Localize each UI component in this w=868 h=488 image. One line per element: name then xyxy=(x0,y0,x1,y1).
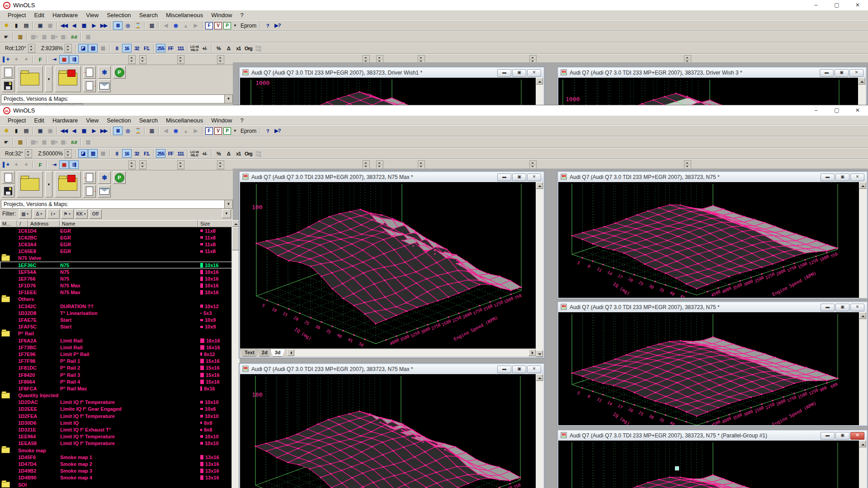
display-255-button[interactable]: 255 xyxy=(156,44,165,52)
column-header-[interactable]: / xyxy=(17,220,28,227)
display-255-button[interactable]: 255 xyxy=(156,149,165,158)
child-restore-button[interactable]: ▣ xyxy=(512,69,526,77)
scroll-up-button[interactable] xyxy=(859,182,866,189)
bytewidth-32-button[interactable]: 32 xyxy=(132,44,142,52)
child-minimize-button[interactable]: ▬ xyxy=(497,174,511,181)
toolbar-spinner[interactable] xyxy=(139,55,146,64)
eprom-selector[interactable]: Eprom xyxy=(241,23,256,29)
close-button[interactable]: ✕ xyxy=(847,0,868,10)
map-window-scrollbar[interactable] xyxy=(858,78,866,105)
map-window[interactable]: Audi Q7 (Audi Q7 3.0 TDI 233 MP+EGR 2007… xyxy=(239,171,545,358)
map-wizard3-icon[interactable]: ✦ xyxy=(21,55,31,64)
child-minimize-button[interactable]: ▬ xyxy=(821,304,835,311)
map-window[interactable]: Audi Q7 (Audi Q7 3.0 TDI 233 MP+EGR 2007… xyxy=(239,363,545,488)
toolbar-spinner[interactable] xyxy=(376,160,383,169)
first-version-icon[interactable]: ◀◀ xyxy=(59,21,69,30)
child-restore-button[interactable]: ▣ xyxy=(512,174,526,181)
tab-3d[interactable]: 3d xyxy=(270,349,285,357)
map-row[interactable]: 1C61D4EGR11x8 xyxy=(0,227,232,234)
chip-read-icon[interactable]: ▥ xyxy=(39,138,49,146)
combobox-arrow-icon[interactable]: ▼ xyxy=(224,95,232,103)
child-minimize-button[interactable]: ▬ xyxy=(497,366,511,373)
expand-rows-icon[interactable]: ⇥ xyxy=(49,55,59,64)
map-row[interactable]: 1F81DCP° Rail 215x16 xyxy=(0,365,232,371)
checksum-icon[interactable]: ▥ xyxy=(147,21,156,30)
hand-select-icon[interactable]: ☛ xyxy=(1,138,11,146)
minimize-button[interactable]: – xyxy=(806,0,826,10)
help-icon[interactable]: ? xyxy=(263,127,272,135)
chip-equal-icon[interactable]: ▥= xyxy=(29,33,39,41)
nav-forward-icon[interactable]: ▶ xyxy=(191,21,200,30)
winols-web-button[interactable]: P xyxy=(113,171,126,184)
chip-icon[interactable]: ▥ xyxy=(15,138,25,146)
child-restore-button[interactable]: ▣ xyxy=(512,366,526,373)
scroll-up-button[interactable] xyxy=(859,441,866,447)
map-wizard-icon[interactable]: ▌✦ xyxy=(1,160,11,169)
map-row[interactable]: 1F8FCAP° Rail Max8x16 xyxy=(0,385,232,392)
map-row[interactable]: 1D321ELimit IQ f° Exhaust T°8x8 xyxy=(0,426,232,433)
filter-size-button[interactable]: ▥▼ xyxy=(19,209,32,219)
columns-icon[interactable]: ⇶ xyxy=(69,160,79,169)
chip-verify-icon[interactable]: ▥ xyxy=(83,33,93,41)
open-project-dropdown[interactable]: ▼ xyxy=(45,66,52,92)
menu-edit[interactable]: Edit xyxy=(30,116,48,125)
menu-window[interactable]: Window xyxy=(207,116,236,125)
factor-icon[interactable]: x1 xyxy=(234,149,243,158)
chip-verify-icon[interactable]: ▥ xyxy=(83,138,93,146)
map-wizard3-icon[interactable]: ✦ xyxy=(21,160,31,169)
scrollbar-thumb[interactable] xyxy=(232,227,239,250)
open-project-dropdown[interactable]: ▼ xyxy=(45,171,52,197)
column-header-name[interactable]: Name xyxy=(60,220,198,227)
map-row[interactable]: 1F1EEEN75 Max10x16 xyxy=(0,289,232,296)
binoculars-icon[interactable]: ◉ xyxy=(171,21,180,30)
email-button[interactable] xyxy=(98,80,111,92)
chip-write-icon[interactable]: ▥↓ xyxy=(59,138,69,146)
child-restore-button[interactable]: ▣ xyxy=(835,174,849,181)
preview-icon[interactable]: ◎ xyxy=(123,127,132,135)
save-project-button[interactable] xyxy=(2,185,14,197)
child-close-button[interactable]: ✕ xyxy=(849,69,863,77)
bytewidth-8-button[interactable]: 8 xyxy=(112,149,122,158)
map-row[interactable]: 1D2DACLimit IQ f° Temperature10x10 xyxy=(0,399,232,406)
toolbar-spinner[interactable] xyxy=(529,160,537,169)
map-wizard-button[interactable]: ✱ xyxy=(98,171,111,184)
menu-view[interactable]: View xyxy=(82,116,103,125)
map-row[interactable]: 1F7F98P° Rail 115x16 xyxy=(0,358,232,365)
binoculars-icon[interactable]: ◉ xyxy=(171,127,180,135)
toolbar-spinner[interactable] xyxy=(418,160,425,169)
map-window-scrollbar[interactable] xyxy=(859,312,867,425)
hilo-order-icon[interactable]: LO HIHILO xyxy=(190,44,199,52)
new-project-button[interactable] xyxy=(2,66,14,79)
map-window-titlebar[interactable]: Audi Q7 (Audi Q7 3.0 TDI 233 MP+EGR 2007… xyxy=(558,68,866,78)
toolbar-spinner[interactable] xyxy=(177,55,184,64)
factor-icon[interactable]: x1 xyxy=(234,44,243,52)
map-3d-view[interactable]: 1000 xyxy=(240,78,536,105)
map-3d-view[interactable]: 5101520253035404550400035003250300027502… xyxy=(240,374,536,488)
filter-kk-button[interactable]: KK▼ xyxy=(75,209,88,219)
map-row[interactable]: 1F8420P° Rail 315x16 xyxy=(0,371,232,378)
signed-icon[interactable]: +/- xyxy=(200,149,209,158)
chip-erase-icon[interactable]: ▥× xyxy=(49,33,59,41)
menu-selection[interactable]: Selection xyxy=(103,11,135,19)
window-layout-icon[interactable]: ▣ xyxy=(59,55,69,64)
horizontal-scrollbar[interactable] xyxy=(287,349,536,357)
map-row[interactable]: 1EF54AN7510x16 xyxy=(0,268,232,275)
view-3d-icon[interactable]: ◪ xyxy=(78,149,88,158)
help-icon[interactable]: ? xyxy=(263,21,272,30)
map-wizard2-icon[interactable]: ✦ xyxy=(11,160,21,169)
window-layout-icon[interactable]: ▣ xyxy=(59,160,69,169)
map-window-titlebar[interactable]: Audi Q7 (Audi Q7 3.0 TDI 233 MP+EGR 2007… xyxy=(558,302,867,313)
map-wizard2-icon[interactable]: ✦ xyxy=(11,55,21,64)
map-folder-row[interactable]: P° Rail xyxy=(0,330,232,337)
map-row[interactable]: 1C63A4EGR11x8 xyxy=(0,241,232,248)
map-row[interactable]: 1D47D4Smoke map 213x16 xyxy=(0,460,232,467)
winols-web-button[interactable]: P xyxy=(113,66,126,79)
toolbar-spinner[interactable] xyxy=(684,160,691,169)
chip-read-icon[interactable]: ▥ xyxy=(39,33,49,41)
open-project-button[interactable] xyxy=(17,171,43,197)
map-row[interactable]: 1C342CDURATION ??10x12 xyxy=(0,303,232,310)
print-icon[interactable]: ▤ xyxy=(21,127,31,135)
filter-dropdown-button[interactable]: ▼ xyxy=(222,209,231,218)
filter-p-icon[interactable]: P xyxy=(223,127,231,135)
toolbar-spinner[interactable] xyxy=(128,55,136,64)
